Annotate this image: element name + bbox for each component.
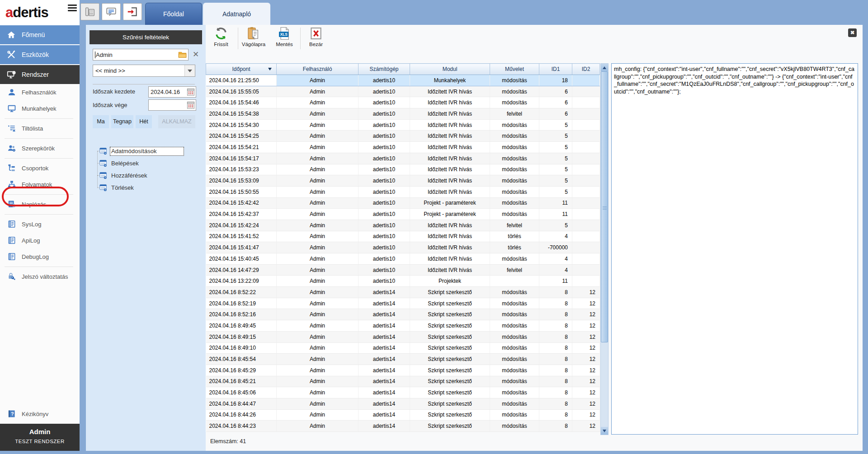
period-end-input[interactable] (148, 99, 196, 111)
today-button[interactable]: Ma (93, 115, 109, 128)
table-cell: 12 (572, 342, 600, 354)
folder-icon[interactable] (178, 51, 187, 58)
table-row[interactable]: 2024.04.16 8:45:29Adminadertis14Szkript … (206, 365, 600, 376)
table-row[interactable]: 2024.04.16 8:45:21Adminadertis14Szkript … (206, 376, 600, 387)
sidebar-item-eszkozok[interactable]: Eszközök (0, 45, 80, 64)
period-start-input[interactable]: 2024.04.16 (148, 86, 196, 98)
column-header[interactable]: ID2 (572, 64, 600, 75)
table-row[interactable]: 2024.04.16 15:42:24Adminadertis10Időzíte… (206, 220, 600, 231)
table-row[interactable]: 2024.04.16 15:40:45Adminadertis10Időzíte… (206, 253, 600, 265)
logout-button[interactable] (123, 3, 142, 20)
table-row[interactable]: 2024.04.16 21:25:50Adminadertis10Munkahe… (206, 75, 600, 86)
table-row[interactable]: 2024.04.16 8:44:47Adminadertis14Szkript … (206, 398, 600, 409)
table-row[interactable]: 2024.04.16 8:49:15Adminadertis14Szkript … (206, 331, 600, 342)
sidebar-item-tiltolista[interactable]: Tiltólista (0, 120, 80, 136)
hamburger-menu-icon[interactable] (68, 5, 77, 12)
table-scrollbar[interactable] (600, 63, 609, 435)
sidebar-item-szerepkorok[interactable]: Szerepkörök (0, 140, 80, 156)
table-row[interactable]: 2024.04.16 15:53:23Adminadertis10Időzíte… (206, 164, 600, 175)
sidebar-item-folyamatok[interactable]: Folyamatok (0, 176, 80, 192)
scroll-up-icon[interactable] (601, 64, 608, 71)
tab-fooldal[interactable]: Főoldal (145, 3, 202, 25)
table-row[interactable]: 2024.04.16 15:41:52Adminadertis10Időzíte… (206, 231, 600, 242)
tree-item-belepesek[interactable]: Belépések (86, 157, 206, 169)
table-row[interactable]: 2024.04.16 8:45:06Adminadertis14Szkript … (206, 387, 600, 398)
sidebar-item-kezikonyv[interactable]: ? Kézikönyv (0, 406, 80, 422)
close-button[interactable]: Bezár (302, 26, 330, 51)
table-row[interactable]: 2024.04.16 14:47:29Adminadertis10Időzíte… (206, 264, 600, 276)
column-header[interactable]: Művelet (490, 64, 539, 75)
sidebar-item-csoportok[interactable]: Csoportok (0, 160, 80, 176)
roles-icon (7, 144, 16, 153)
table-row[interactable]: 2024.04.16 13:22:09Adminadertis10Projekt… (206, 276, 600, 287)
table-cell: 2024.04.16 15:42:42 (206, 197, 277, 209)
tree-item-hozzaferesek[interactable]: Hozzáférések (86, 169, 206, 182)
table-row[interactable]: 2024.04.16 15:54:25Adminadertis10Időzíte… (206, 131, 600, 142)
table-cell: felvitel (490, 220, 539, 231)
sidebar-item-syslog[interactable]: SysLog (0, 216, 80, 232)
apply-button[interactable]: ALKALMAZ (158, 115, 195, 128)
save-xls-button[interactable]: XLS Mentés (269, 26, 299, 51)
scrollbar-thumb[interactable] (601, 71, 608, 342)
table-row[interactable]: 2024.04.16 8:52:19Adminadertis14Szkript … (206, 298, 600, 309)
table-cell: módosítás (490, 376, 539, 387)
table-cell: Szkript szerkesztő (410, 287, 490, 298)
table-cell: 2024.04.16 8:44:26 (206, 409, 277, 421)
sidebar-item-jelszo-valtoztatas[interactable]: Jelszó változtatás (0, 268, 80, 285)
table-row[interactable]: 2024.04.16 15:54:30Adminadertis10Időzíte… (206, 119, 600, 131)
column-header[interactable]: Időpont (206, 64, 277, 75)
phone-button[interactable] (80, 3, 99, 20)
password-key-icon (7, 272, 16, 281)
week-button[interactable]: Hét (136, 115, 152, 128)
refresh-button[interactable]: Frissít (206, 26, 236, 51)
table-row[interactable]: 2024.04.16 15:54:17Adminadertis10Időzíte… (206, 153, 600, 164)
column-header[interactable]: Felhasználó (277, 64, 359, 75)
table-row[interactable]: 2024.04.16 8:44:26Adminadertis14Szkript … (206, 409, 600, 421)
table-row[interactable]: 2024.04.16 15:41:47Adminadertis10Időzíte… (206, 242, 600, 253)
table-row[interactable]: 2024.04.16 15:54:38Adminadertis10Időzíte… (206, 108, 600, 120)
sidebar-item-rendszer[interactable]: Rendszer (0, 65, 80, 84)
sidebar-item-apilog[interactable]: ApiLog (0, 232, 80, 248)
tab-adatnaplo[interactable]: Adatnapló (203, 3, 270, 25)
table-row[interactable]: 2024.04.16 15:53:09Adminadertis10Időzíte… (206, 175, 600, 187)
table-row[interactable]: 2024.04.16 8:44:23Adminadertis14Szkript … (206, 421, 600, 432)
table-row[interactable]: 2024.04.16 8:49:45Adminadertis14Szkript … (206, 320, 600, 332)
calendar-icon[interactable] (187, 88, 195, 96)
table-row[interactable]: 2024.04.16 8:45:54Adminadertis14Szkript … (206, 354, 600, 365)
calendar-icon[interactable] (187, 101, 195, 109)
table-row[interactable]: 2024.04.16 8:52:22Adminadertis14Szkript … (206, 287, 600, 298)
chevron-down-icon[interactable] (184, 65, 195, 76)
sidebar-item-naplozas[interactable]: Naplózás (0, 196, 80, 212)
table-cell: módosítás (490, 209, 539, 220)
table-cell (572, 75, 600, 86)
table-row[interactable]: 2024.04.16 8:52:16Adminadertis14Szkript … (206, 309, 600, 320)
copy-to-clipboard-button[interactable]: Vágólapra (239, 26, 269, 51)
table-row[interactable]: 2024.04.16 15:50:55Adminadertis10Időzíte… (206, 186, 600, 197)
table-row[interactable]: 2024.04.16 15:42:37Adminadertis10Projekt… (206, 209, 600, 220)
table-row[interactable]: 2024.04.16 8:49:10Adminadertis14Szkript … (206, 342, 600, 354)
sidebar-item-debuglog[interactable]: DebugLog (0, 248, 80, 265)
column-header[interactable]: ID1 (539, 64, 572, 75)
sidebar-item-munkahelyek[interactable]: Munkahelyek (0, 100, 80, 117)
tree-item-torlesek[interactable]: Törlések (86, 182, 206, 194)
table-row[interactable]: 2024.04.16 15:42:42Adminadertis10Projekt… (206, 197, 600, 209)
table-cell: Admin (277, 142, 359, 153)
clear-filter-icon[interactable]: ✕ (191, 50, 201, 59)
detail-close-icon[interactable]: ✖ (848, 28, 857, 37)
tree-item-adatmodositasok[interactable]: Adatmódosítások (86, 145, 206, 157)
column-header[interactable]: Modul (410, 64, 490, 75)
messages-button[interactable] (102, 3, 121, 20)
text-caret (95, 51, 95, 58)
sidebar-item-fomenu[interactable]: Főmenü (0, 25, 80, 44)
yesterday-button[interactable]: Tegnap (111, 115, 133, 128)
scope-select[interactable]: << mind >> (93, 65, 195, 77)
sidebar-item-felhasznalok[interactable]: Felhasználók (0, 84, 80, 100)
scroll-down-icon[interactable] (601, 427, 608, 435)
table-cell: 2024.04.16 13:22:09 (206, 276, 277, 287)
table-row[interactable]: 2024.04.16 15:55:05Adminadertis10Időzíte… (206, 86, 600, 97)
table-row[interactable]: 2024.04.16 15:54:46Adminadertis10Időzíte… (206, 97, 600, 108)
log-detail-panel[interactable]: mh_config: {"cnf_context":"int-user","cn… (611, 63, 858, 435)
user-filter-input[interactable]: Admin (93, 49, 189, 61)
table-row[interactable]: 2024.04.16 15:54:21Adminadertis10Időzíte… (206, 142, 600, 153)
column-header[interactable]: Számítógép (359, 64, 410, 75)
